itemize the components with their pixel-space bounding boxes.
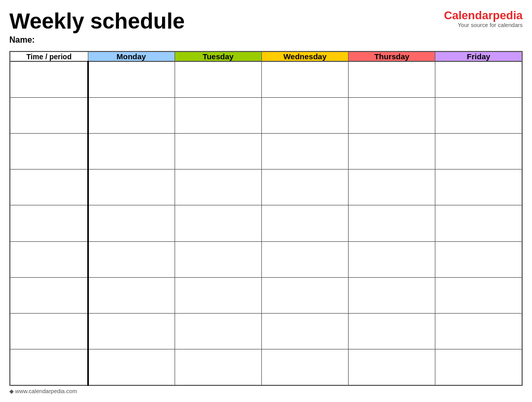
friday-cell[interactable] — [435, 314, 522, 349]
time-cell[interactable] — [10, 61, 88, 97]
wednesday-cell[interactable] — [261, 277, 348, 313]
tuesday-cell[interactable] — [175, 241, 261, 277]
logo-section: Calendarpedia Your source for calendars — [444, 9, 523, 28]
thursday-cell[interactable] — [349, 314, 435, 349]
footer: ◆ www.calendarpedia.com — [9, 388, 523, 395]
wednesday-cell[interactable] — [261, 349, 348, 385]
friday-cell[interactable] — [435, 241, 522, 277]
table-row — [10, 134, 522, 170]
table-row — [10, 205, 522, 241]
monday-cell[interactable] — [88, 241, 175, 277]
thursday-cell[interactable] — [349, 241, 435, 277]
tuesday-cell[interactable] — [175, 314, 261, 349]
logo-text-before: Calendar — [444, 9, 493, 22]
tuesday-cell[interactable] — [175, 97, 261, 133]
wednesday-cell[interactable] — [261, 170, 348, 205]
wednesday-cell[interactable] — [261, 205, 348, 241]
header-row: Time / period Monday Tuesday Wednesday T… — [10, 51, 522, 61]
monday-cell[interactable] — [88, 61, 175, 97]
monday-cell[interactable] — [88, 314, 175, 349]
time-cell[interactable] — [10, 349, 88, 385]
wednesday-cell[interactable] — [261, 61, 348, 97]
time-cell[interactable] — [10, 314, 88, 349]
schedule-table: Time / period Monday Tuesday Wednesday T… — [9, 51, 523, 386]
tuesday-cell[interactable] — [175, 61, 261, 97]
monday-cell[interactable] — [88, 277, 175, 313]
wednesday-cell[interactable] — [261, 314, 348, 349]
time-cell[interactable] — [10, 205, 88, 241]
friday-cell[interactable] — [435, 61, 522, 97]
tuesday-cell[interactable] — [175, 134, 261, 170]
wednesday-cell[interactable] — [261, 97, 348, 133]
col-header-friday: Friday — [435, 51, 522, 61]
table-row — [10, 170, 522, 205]
tuesday-cell[interactable] — [175, 205, 261, 241]
friday-cell[interactable] — [435, 349, 522, 385]
header: Weekly schedule Name: Calendarpedia Your… — [9, 9, 523, 45]
table-row — [10, 241, 522, 277]
name-label: Name: — [9, 35, 185, 45]
logo-subtitle: Your source for calendars — [458, 22, 523, 28]
time-cell[interactable] — [10, 97, 88, 133]
friday-cell[interactable] — [435, 97, 522, 133]
friday-cell[interactable] — [435, 170, 522, 205]
page: Weekly schedule Name: Calendarpedia Your… — [0, 0, 532, 402]
schedule-table-container: Time / period Monday Tuesday Wednesday T… — [9, 51, 523, 386]
title-section: Weekly schedule Name: — [9, 9, 185, 45]
monday-cell[interactable] — [88, 134, 175, 170]
col-header-time: Time / period — [10, 51, 88, 61]
monday-cell[interactable] — [88, 97, 175, 133]
page-title: Weekly schedule — [9, 9, 185, 33]
monday-cell[interactable] — [88, 170, 175, 205]
time-cell[interactable] — [10, 277, 88, 313]
table-row — [10, 97, 522, 133]
table-row — [10, 61, 522, 97]
table-row — [10, 277, 522, 313]
thursday-cell[interactable] — [349, 170, 435, 205]
thursday-cell[interactable] — [349, 134, 435, 170]
footer-url: www.calendarpedia.com — [15, 388, 77, 394]
friday-cell[interactable] — [435, 277, 522, 313]
monday-cell[interactable] — [88, 349, 175, 385]
friday-cell[interactable] — [435, 205, 522, 241]
time-cell[interactable] — [10, 134, 88, 170]
tuesday-cell[interactable] — [175, 277, 261, 313]
col-header-monday: Monday — [88, 51, 175, 61]
wednesday-cell[interactable] — [261, 241, 348, 277]
col-header-thursday: Thursday — [349, 51, 435, 61]
thursday-cell[interactable] — [349, 205, 435, 241]
table-row — [10, 349, 522, 385]
thursday-cell[interactable] — [349, 277, 435, 313]
thursday-cell[interactable] — [349, 349, 435, 385]
logo-text: Calendarpedia — [444, 9, 523, 22]
thursday-cell[interactable] — [349, 97, 435, 133]
friday-cell[interactable] — [435, 134, 522, 170]
col-header-wednesday: Wednesday — [261, 51, 348, 61]
time-cell[interactable] — [10, 170, 88, 205]
col-header-tuesday: Tuesday — [175, 51, 261, 61]
wednesday-cell[interactable] — [261, 134, 348, 170]
table-row — [10, 314, 522, 349]
thursday-cell[interactable] — [349, 61, 435, 97]
monday-cell[interactable] — [88, 205, 175, 241]
time-cell[interactable] — [10, 241, 88, 277]
tuesday-cell[interactable] — [175, 170, 261, 205]
logo-text-accent: pedia — [493, 9, 523, 22]
tuesday-cell[interactable] — [175, 349, 261, 385]
